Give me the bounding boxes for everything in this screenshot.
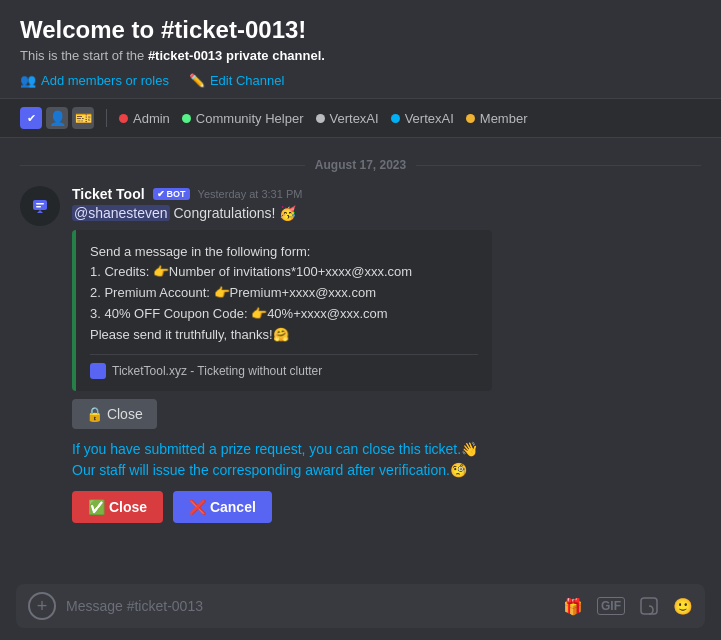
role-dot-member: [466, 114, 475, 123]
edit-channel-button[interactable]: ✏️ Edit Channel: [189, 73, 284, 88]
bot-badge: ✔ BOT: [153, 188, 190, 200]
message-input[interactable]: Message #ticket-0013: [66, 598, 553, 614]
role-icon-ticket: 🎫: [72, 107, 94, 129]
role-dot-vertexai-1: [316, 114, 325, 123]
gift-icon[interactable]: 🎁: [563, 597, 583, 616]
date-divider: August 17, 2023: [20, 158, 701, 172]
message-text: @shanesteven Congratulations! 🥳: [72, 204, 701, 224]
input-icons: 🎁 GIF 🙂: [563, 596, 693, 616]
roles-bar: ✔ 👤 🎫 Admin Community Helper VertexAI Ve…: [0, 99, 721, 138]
gif-icon[interactable]: GIF: [597, 597, 625, 615]
add-members-icon: 👥: [20, 73, 36, 88]
emoji-icon[interactable]: 🙂: [673, 597, 693, 616]
close-button-dark[interactable]: 🔒 Close: [72, 399, 157, 429]
embed-text: Send a message in the following form: 1.…: [90, 242, 478, 346]
prize-text: If you have submitted a prize request, y…: [72, 439, 701, 481]
edit-channel-icon: ✏️: [189, 73, 205, 88]
checkmark-icon: ✔: [157, 189, 165, 199]
channel-subtitle: This is the start of the #ticket-0013 pr…: [20, 48, 701, 63]
header-actions: 👥 Add members or roles ✏️ Edit Channel: [20, 73, 701, 88]
message-input-bar: + Message #ticket-0013 🎁 GIF 🙂: [16, 584, 705, 628]
role-icon-group: ✔ 👤 🎫: [20, 107, 94, 129]
mention: @shanesteven: [72, 205, 170, 221]
cancel-action-button[interactable]: ❌ Cancel: [173, 491, 272, 523]
message-time: Yesterday at 3:31 PM: [198, 188, 303, 200]
role-vertexai-2: VertexAI: [391, 111, 454, 126]
add-button[interactable]: +: [28, 592, 56, 620]
role-dot-community-helper: [182, 114, 191, 123]
svg-rect-2: [36, 206, 41, 208]
add-members-button[interactable]: 👥 Add members or roles: [20, 73, 169, 88]
channel-title: Welcome to #ticket-0013!: [20, 16, 701, 44]
embed-link-row: TicketTool.xyz - Ticketing without clutt…: [90, 354, 478, 379]
message-header: Ticket Tool ✔ BOT Yesterday at 3:31 PM: [72, 186, 701, 202]
close-action-button[interactable]: ✅ Close: [72, 491, 163, 523]
channel-header: Welcome to #ticket-0013! This is the sta…: [0, 0, 721, 99]
role-icon-user: 👤: [46, 107, 68, 129]
message-content: Ticket Tool ✔ BOT Yesterday at 3:31 PM @…: [72, 186, 701, 523]
role-admin: Admin: [119, 111, 170, 126]
chat-area: August 17, 2023 Ticket Tool ✔ BOT Yester…: [0, 138, 721, 574]
role-member: Member: [466, 111, 528, 126]
role-dot-admin: [119, 114, 128, 123]
action-buttons: ✅ Close ❌ Cancel: [72, 491, 701, 523]
roles-divider: [106, 109, 107, 127]
message-embed: Send a message in the following form: 1.…: [72, 230, 492, 391]
message-author: Ticket Tool: [72, 186, 145, 202]
message-row: Ticket Tool ✔ BOT Yesterday at 3:31 PM @…: [0, 182, 721, 527]
sticker-icon[interactable]: [639, 596, 659, 616]
role-vertexai-1: VertexAI: [316, 111, 379, 126]
close-button-dark-wrapper: 🔒 Close: [72, 391, 701, 429]
avatar: [20, 186, 60, 226]
role-dot-vertexai-2: [391, 114, 400, 123]
embed-link-text: TicketTool.xyz - Ticketing without clutt…: [112, 364, 322, 378]
svg-rect-1: [36, 203, 44, 205]
role-community-helper: Community Helper: [182, 111, 304, 126]
embed-link-icon: [90, 363, 106, 379]
role-icon-check: ✔: [20, 107, 42, 129]
